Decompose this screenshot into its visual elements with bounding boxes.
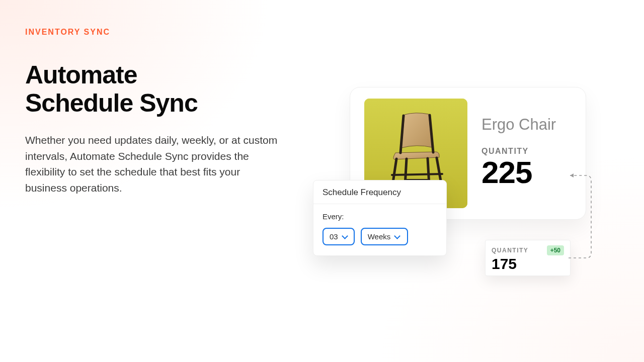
subhead: Whether you need updates daily, weekly, … <box>25 132 282 196</box>
every-label: Every: <box>323 212 437 221</box>
quantity-delta-badge: +50 <box>547 245 564 255</box>
chip-quantity-label: QUANTITY <box>492 247 528 254</box>
chevron-down-icon <box>342 234 348 239</box>
product-name: Ergo Chair <box>481 116 572 134</box>
chip-quantity-value: 175 <box>492 256 564 272</box>
schedule-title: Schedule Frequency <box>313 180 446 204</box>
frequency-unit-value: Weeks <box>368 232 391 241</box>
quantity-change-chip: QUANTITY +50 175 <box>485 240 571 276</box>
quantity-value: 225 <box>481 157 572 188</box>
svg-line-8 <box>392 174 442 175</box>
frequency-count-select[interactable]: 03 <box>323 228 355 245</box>
eyebrow-label: INVENTORY SYNC <box>25 28 307 37</box>
chevron-down-icon <box>394 234 400 239</box>
frequency-unit-select[interactable]: Weeks <box>361 228 409 245</box>
frequency-count-value: 03 <box>330 232 338 241</box>
schedule-frequency-panel: Schedule Frequency Every: 03 Weeks <box>313 180 447 256</box>
page-title: Automate Schedule Sync <box>25 61 307 117</box>
